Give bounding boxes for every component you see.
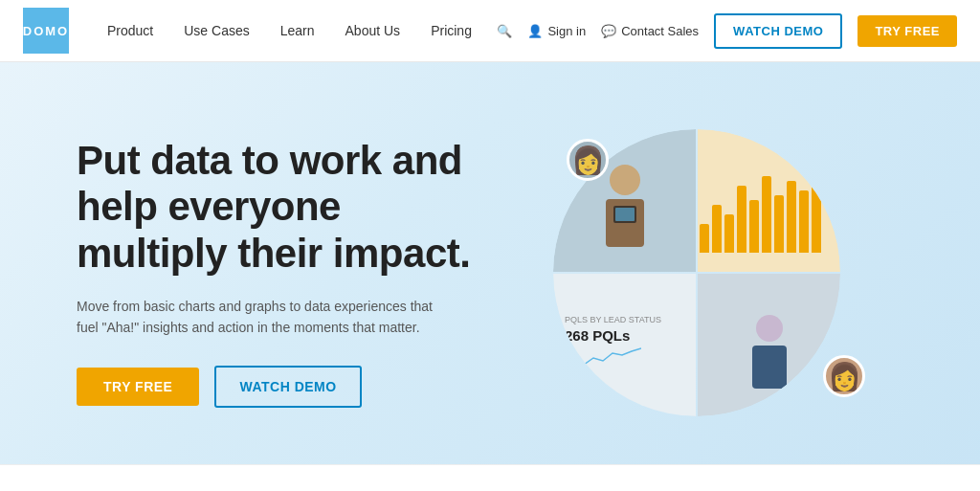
bar: [737, 186, 746, 253]
hero-visual: 👩 PQLS BY LEAD: [490, 120, 903, 426]
signin-label: Sign in: [547, 24, 586, 38]
hero-subtitle: Move from basic charts and graphs to dat…: [77, 296, 440, 339]
hero-title: Put data to work and help everyone multi…: [77, 138, 490, 277]
navbar-left: DOMO Product Use Cases Learn About Us Pr…: [23, 8, 483, 54]
bar: [774, 195, 784, 253]
contact-sales-link[interactable]: 💬 Contact Sales: [601, 24, 699, 38]
quadrant-stat: PQLS BY LEAD STATUS 268 PQLs: [553, 274, 696, 416]
watch-demo-button-nav[interactable]: WATCH DEMO: [714, 13, 842, 49]
bar: [700, 224, 709, 253]
user-icon: 👤: [527, 24, 543, 38]
bar: [799, 190, 809, 253]
hero-content: Put data to work and help everyone multi…: [77, 138, 490, 408]
nav-link-pricing[interactable]: Pricing: [419, 15, 483, 46]
chat-icon: 💬: [601, 24, 616, 38]
nav-link-about-us[interactable]: About Us: [334, 15, 412, 46]
search-link[interactable]: 🔍: [497, 24, 512, 38]
try-free-button-hero[interactable]: TRY FREE: [77, 368, 199, 406]
person-2-illustration: [731, 298, 808, 393]
sparkline: [565, 344, 641, 372]
quadrant-person-2: [698, 274, 840, 416]
bar: [762, 176, 771, 253]
stat-label: PQLS BY LEAD STATUS: [565, 315, 684, 324]
try-free-button-nav[interactable]: TRY FREE: [858, 15, 957, 47]
nav-links: Product Use Cases Learn About Us Pricing: [96, 15, 483, 46]
nav-link-use-cases[interactable]: Use Cases: [172, 15, 260, 46]
nav-item-about-us[interactable]: About Us: [334, 15, 412, 46]
nav-item-product[interactable]: Product: [96, 15, 165, 46]
bar: [812, 167, 821, 253]
svg-rect-5: [752, 346, 787, 389]
svg-point-0: [610, 165, 640, 195]
nav-item-learn[interactable]: Learn: [269, 15, 326, 46]
svg-rect-3: [615, 208, 635, 221]
cards-section: Business Apps Make better, faster decisi…: [0, 464, 980, 491]
nav-link-product[interactable]: Product: [96, 15, 165, 46]
nav-item-use-cases[interactable]: Use Cases: [172, 15, 260, 46]
quadrant-bar-chart: [698, 129, 840, 272]
logo-text: DOMO: [23, 24, 69, 38]
contact-sales-label: Contact Sales: [621, 24, 699, 38]
hero-section: Put data to work and help everyone multi…: [0, 62, 980, 464]
navbar: DOMO Product Use Cases Learn About Us Pr…: [0, 0, 980, 62]
search-icon: 🔍: [497, 24, 512, 38]
logo[interactable]: DOMO: [23, 8, 69, 54]
person-icon-2: 👩: [828, 361, 861, 392]
person-icon-1: 👩: [571, 145, 605, 176]
stat-value: 268 PQLs: [565, 327, 684, 344]
bar: [749, 200, 759, 253]
nav-link-learn[interactable]: Learn: [269, 15, 326, 46]
bar: [712, 205, 722, 253]
bar: [724, 214, 734, 253]
navbar-right: 🔍 👤 Sign in 💬 Contact Sales WATCH DEMO T…: [497, 13, 957, 49]
avatar-person-2: 👩: [823, 355, 865, 397]
avatar-person-1: 👩: [567, 139, 609, 181]
hero-buttons: TRY FREE WATCH DEMO: [77, 366, 490, 408]
watch-demo-button-hero[interactable]: WATCH DEMO: [214, 366, 361, 408]
nav-item-pricing[interactable]: Pricing: [419, 15, 483, 46]
signin-link[interactable]: 👤 Sign in: [527, 24, 586, 38]
bar: [787, 181, 796, 253]
bar-chart-visual: [698, 186, 831, 262]
svg-point-4: [756, 315, 783, 342]
